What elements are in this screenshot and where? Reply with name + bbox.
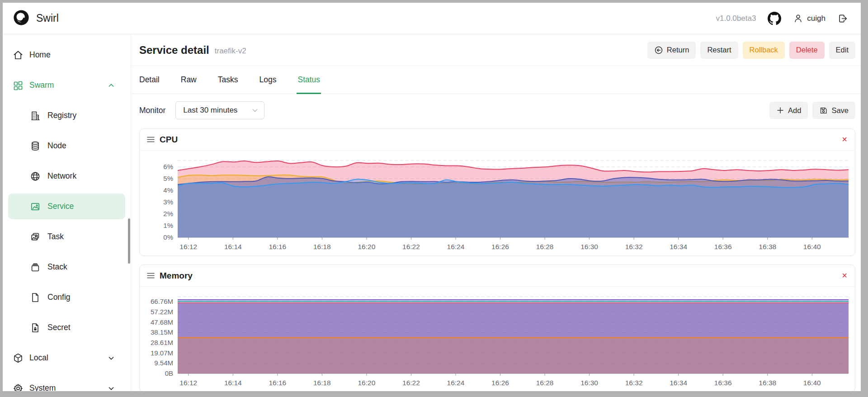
close-icon[interactable]: ✕ [842, 272, 848, 279]
svg-text:16:18: 16:18 [313, 243, 331, 250]
tab-raw[interactable]: Raw [181, 66, 197, 94]
svg-text:16:26: 16:26 [491, 243, 509, 250]
globe-icon [30, 171, 41, 182]
svg-text:16:20: 16:20 [358, 379, 375, 387]
app-window: Swirl v1.0.0beta3 cuigh [3, 3, 861, 391]
svg-text:16:16: 16:16 [269, 243, 286, 250]
svg-text:6%: 6% [163, 163, 173, 170]
svg-text:16:38: 16:38 [759, 379, 776, 387]
user-icon [793, 13, 803, 24]
sidebar-item-task[interactable]: Task [3, 222, 131, 252]
svg-text:16:38: 16:38 [759, 243, 776, 250]
plus-icon [776, 106, 784, 114]
svg-text:5%: 5% [163, 175, 173, 182]
memory-chart: 0B9.54M19.07M28.61M38.15M47.68M57.22M66.… [140, 287, 855, 391]
svg-text:16:34: 16:34 [670, 379, 687, 387]
rollback-button[interactable]: Rollback [743, 42, 785, 59]
svg-text:16:22: 16:22 [402, 243, 420, 250]
svg-text:9.54M: 9.54M [154, 359, 173, 367]
brand[interactable]: Swirl [13, 9, 59, 28]
tab-logs[interactable]: Logs [259, 66, 277, 94]
restart-button[interactable]: Restart [700, 42, 738, 59]
sidebar-item-secret[interactable]: Secret [3, 312, 131, 343]
chevron-up-icon[interactable] [108, 82, 115, 89]
chevron-down-icon[interactable] [108, 385, 115, 392]
svg-text:4%: 4% [163, 186, 173, 194]
svg-text:0%: 0% [163, 233, 173, 241]
svg-text:16:18: 16:18 [313, 379, 331, 387]
memory-panel: Memory ✕ 0B9.54M19.07M28.61M38.15M47.68M… [139, 265, 855, 391]
svg-text:0B: 0B [165, 369, 173, 377]
delete-button[interactable]: Delete [789, 42, 825, 59]
svg-text:16:28: 16:28 [536, 379, 554, 387]
image-icon [30, 201, 41, 212]
sidebar-item-stack[interactable]: Stack [3, 252, 131, 282]
tab-status[interactable]: Status [297, 66, 320, 94]
username-label: cuigh [807, 14, 826, 23]
close-icon[interactable]: ✕ [842, 136, 848, 143]
save-button[interactable]: Save [812, 102, 855, 119]
save-icon [819, 106, 828, 115]
return-arrow-icon [654, 46, 663, 55]
user-menu[interactable]: cuigh [793, 13, 826, 24]
svg-text:16:20: 16:20 [358, 243, 375, 250]
svg-text:16:28: 16:28 [536, 243, 554, 250]
tab-bar: Detail Raw Tasks Logs Status [131, 66, 861, 94]
svg-text:16:26: 16:26 [491, 379, 509, 387]
svg-text:16:34: 16:34 [670, 243, 687, 250]
tab-tasks[interactable]: Tasks [218, 66, 238, 94]
tab-detail[interactable]: Detail [139, 66, 160, 94]
monitor-label: Monitor [139, 106, 165, 115]
svg-text:28.61M: 28.61M [151, 339, 173, 346]
database-icon [30, 141, 41, 151]
sidebar-item-config[interactable]: Config [3, 282, 131, 312]
drag-handle-icon[interactable] [147, 273, 155, 279]
cube-icon [13, 353, 24, 364]
svg-text:16:14: 16:14 [224, 379, 242, 387]
logout-icon[interactable] [837, 13, 848, 24]
chevron-down-icon[interactable] [108, 354, 115, 362]
cpu-chart: 0%1%2%3%4%5%6%16:1216:1416:1616:1816:201… [140, 151, 855, 255]
swirl-logo-icon [13, 9, 30, 28]
svg-text:16:24: 16:24 [447, 379, 465, 387]
drag-handle-icon[interactable] [147, 137, 155, 142]
return-button[interactable]: Return [647, 42, 696, 59]
sidebar-item-swarm[interactable]: Swarm [3, 70, 131, 100]
file-lock-icon [30, 322, 41, 333]
sidebar-item-registry[interactable]: Registry [3, 100, 131, 131]
svg-text:16:16: 16:16 [269, 379, 286, 387]
sidebar-scrollbar[interactable] [128, 218, 130, 264]
registry-icon [30, 110, 41, 121]
sidebar-item-network[interactable]: Network [3, 161, 131, 191]
svg-text:16:22: 16:22 [402, 379, 420, 387]
svg-text:16:36: 16:36 [714, 379, 732, 387]
add-button[interactable]: Add [769, 102, 808, 119]
sidebar-item-service[interactable]: Service [3, 191, 131, 222]
file-icon [30, 292, 41, 303]
service-name: traefik-v2 [215, 44, 246, 56]
svg-text:16:32: 16:32 [625, 379, 643, 387]
app-title: Swirl [36, 12, 59, 24]
sidebar-item-node[interactable]: Node [3, 131, 131, 161]
page-title: Service detail [139, 44, 209, 57]
gear-icon [13, 383, 24, 392]
version-label: v1.0.0beta3 [716, 14, 756, 23]
svg-text:19.07M: 19.07M [151, 349, 173, 357]
svg-text:47.68M: 47.68M [151, 318, 173, 326]
svg-text:2%: 2% [163, 210, 173, 217]
grid-icon [13, 80, 24, 91]
sidebar-item-local[interactable]: Local [3, 343, 131, 373]
svg-text:3%: 3% [163, 198, 173, 206]
sidebar-item-system[interactable]: System [3, 373, 131, 391]
svg-text:16:14: 16:14 [224, 243, 242, 250]
sidebar-item-home[interactable]: Home [3, 40, 131, 70]
svg-text:16:30: 16:30 [580, 379, 598, 387]
svg-text:57.22M: 57.22M [151, 308, 173, 316]
edit-button[interactable]: Edit [829, 42, 855, 59]
images-icon [30, 232, 41, 242]
chart-title: Memory [160, 271, 193, 281]
github-icon[interactable] [768, 12, 781, 25]
svg-text:16:40: 16:40 [803, 379, 821, 387]
home-icon [13, 50, 24, 61]
time-range-select[interactable]: Last 30 minutes [175, 101, 264, 119]
